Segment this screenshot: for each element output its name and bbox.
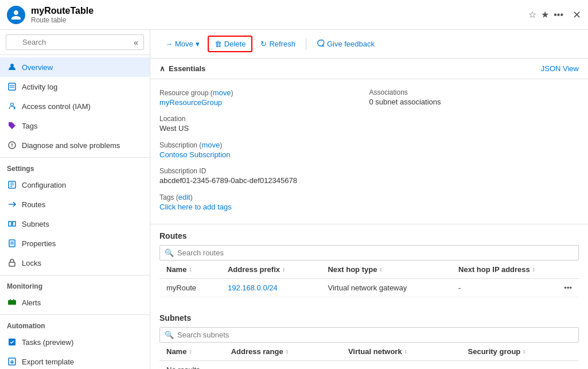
svg-point-9: [11, 146, 13, 147]
feedback-button[interactable]: Give feedback: [311, 36, 380, 52]
sidebar-search-area: 🔍 «: [0, 30, 150, 55]
sidebar-item-locks[interactable]: Locks: [0, 253, 150, 273]
subnets-section: Subnets 🔍 Name↕ Address range↕ Virtual n…: [150, 306, 588, 369]
essentials-location: Location West US: [159, 112, 369, 138]
refresh-button[interactable]: ↻ Refresh: [255, 37, 301, 51]
sidebar-item-properties-label: Properties: [22, 239, 56, 248]
name-sort-icon[interactable]: ↕: [189, 266, 192, 273]
sidebar-item-alerts[interactable]: Alerts: [0, 293, 150, 312]
subnets-name-sort-icon[interactable]: ↕: [189, 348, 192, 355]
routes-search-input[interactable]: [177, 248, 574, 257]
delete-btn-wrapper: 🗑 Delete: [208, 36, 253, 52]
tasks-icon: [7, 337, 17, 347]
sidebar-item-diagnose-label: Diagnose and solve problems: [22, 141, 120, 150]
subnets-col-name: Name↕: [159, 343, 224, 361]
routes-section: Routes 🔍 Name↕ Address prefix↕ Next hop …: [150, 224, 588, 297]
close-button[interactable]: ✕: [573, 9, 581, 21]
associations-value: 0 subnet associations: [369, 98, 579, 106]
routes-col-name: Name↕: [159, 261, 221, 279]
essentials-title: ∧ Essentials: [159, 64, 205, 73]
sidebar-item-properties[interactable]: Properties: [0, 234, 150, 253]
app-subtitle: Route table: [31, 16, 528, 24]
collapse-sidebar-button[interactable]: «: [134, 38, 138, 47]
settings-section-label: Settings: [0, 157, 150, 175]
svg-rect-14: [9, 222, 11, 226]
sidebar-item-export-template[interactable]: Export template: [0, 352, 150, 369]
move-button[interactable]: → Move ▾: [159, 37, 205, 51]
sidebar-item-access-control[interactable]: Access control (IAM): [0, 96, 150, 116]
route-next-hop-type: Virtual network gateway: [321, 279, 451, 297]
essentials-chevron-icon: ∧: [159, 64, 165, 73]
sidebar-item-alerts-label: Alerts: [22, 298, 41, 307]
header: myRouteTable Route table ☆ ★ ••• ✕: [0, 0, 588, 30]
routes-table-head: Name↕ Address prefix↕ Next hop type↕ Nex…: [159, 261, 579, 279]
essentials-resource-group: Resource group (move) myResourceGroup: [159, 86, 369, 112]
json-view-link[interactable]: JSON View: [541, 64, 579, 73]
subscription-move-link[interactable]: move: [201, 141, 220, 149]
address-prefix-sort-icon[interactable]: ↕: [282, 266, 285, 273]
subnets-search-input[interactable]: [177, 331, 574, 339]
resource-group-value[interactable]: myResourceGroup: [159, 98, 222, 107]
sidebar-item-overview[interactable]: Overview: [0, 57, 150, 77]
next-hop-type-sort-icon[interactable]: ↕: [379, 266, 382, 273]
svg-rect-15: [13, 222, 15, 226]
locks-icon: [7, 258, 17, 268]
subscription-id-value: abcdef01-2345-6789-0abc-def012345678: [159, 176, 369, 185]
move-dropdown-icon: ▾: [196, 40, 200, 48]
sidebar-item-locks-label: Locks: [22, 259, 41, 267]
alerts-icon: [7, 297, 17, 308]
delete-icon: 🗑: [215, 40, 222, 48]
sidebar-item-subnets[interactable]: Subnets: [0, 214, 150, 234]
sidebar-item-routes[interactable]: Routes: [0, 195, 150, 214]
access-control-icon: [7, 101, 17, 111]
essentials-associations: Associations 0 subnet associations: [369, 86, 579, 112]
row-actions-icon[interactable]: •••: [564, 283, 572, 292]
routes-search-icon: 🔍: [165, 248, 174, 257]
delete-button[interactable]: 🗑 Delete: [209, 37, 252, 51]
sidebar-item-tasks[interactable]: Tasks (preview): [0, 332, 150, 352]
essentials-tags: Tags (edit) Click here to add tags: [159, 191, 369, 217]
svg-rect-17: [9, 240, 15, 247]
tags-edit-link[interactable]: edit: [178, 193, 190, 201]
routes-table-container: Name↕ Address prefix↕ Next hop type↕ Nex…: [159, 261, 579, 297]
more-icon[interactable]: •••: [554, 10, 563, 20]
subnets-address-sort-icon[interactable]: ↕: [286, 348, 289, 355]
location-value: West US: [159, 124, 369, 133]
routes-section-title: Routes: [159, 231, 579, 240]
essentials-grid: Resource group (move) myResourceGroup As…: [150, 79, 588, 224]
body: 🔍 « Overview Activity log: [0, 30, 588, 369]
pin-icon[interactable]: ☆: [528, 9, 536, 20]
resource-group-move-link[interactable]: move: [213, 88, 231, 97]
subnets-table-container: Name↕ Address range↕ Virtual network↕ Se…: [159, 343, 579, 369]
subnets-vnet-sort-icon[interactable]: ↕: [404, 348, 407, 355]
sidebar-item-export-template-label: Export template: [22, 358, 74, 366]
search-input[interactable]: [6, 34, 144, 50]
header-icons: ☆ ★ •••: [528, 9, 563, 20]
app-name: myRouteTable: [31, 6, 528, 16]
sidebar-item-activity-log[interactable]: Activity log: [0, 77, 150, 96]
table-row: myRoute 192.168.0.0/24 Virtual network g…: [159, 279, 579, 297]
sidebar-item-tags[interactable]: Tags: [0, 116, 150, 135]
app-avatar: [7, 6, 25, 24]
essentials-subscription: Subscription (move) Contoso Subscription: [159, 138, 369, 165]
subnets-no-results-row: No results.: [159, 361, 579, 370]
subnets-sg-sort-icon[interactable]: ↕: [523, 348, 525, 355]
favorite-icon[interactable]: ★: [541, 9, 549, 20]
subnets-col-security-group: Security group↕: [461, 343, 579, 361]
svg-rect-1: [9, 83, 15, 90]
configuration-icon: [7, 180, 17, 190]
subnets-col-virtual-network: Virtual network↕: [341, 343, 461, 361]
subnets-icon: [7, 219, 17, 229]
sidebar-nav: Overview Activity log Access control (IA…: [0, 55, 150, 369]
subscription-value[interactable]: Contoso Subscription: [159, 150, 231, 159]
route-name: myRoute: [159, 279, 221, 297]
tags-add-link[interactable]: Click here to add tags: [159, 203, 232, 211]
move-icon: →: [165, 40, 173, 48]
sidebar-item-configuration[interactable]: Configuration: [0, 175, 150, 195]
sidebar-item-activity-log-label: Activity log: [22, 83, 57, 91]
subnets-no-results: No results.: [159, 361, 579, 370]
sidebar-item-diagnose[interactable]: Diagnose and solve problems: [0, 135, 150, 155]
sidebar-item-tags-label: Tags: [22, 122, 37, 130]
activity-log-icon: [7, 81, 17, 92]
next-hop-ip-sort-icon[interactable]: ↕: [532, 266, 535, 273]
